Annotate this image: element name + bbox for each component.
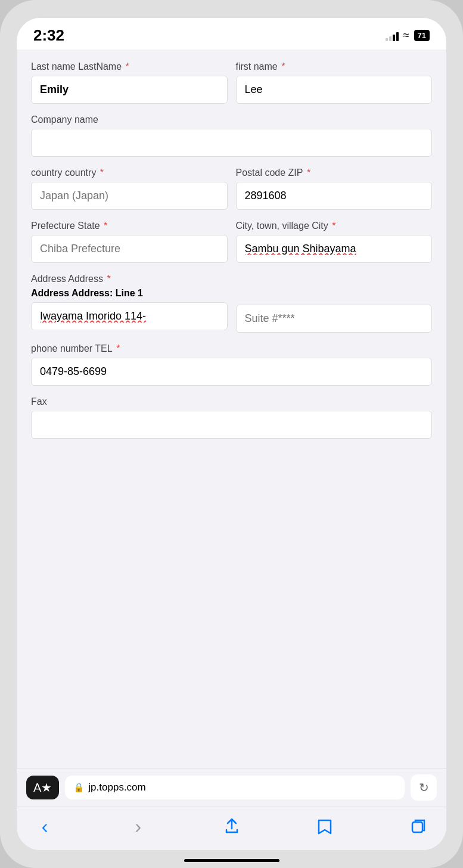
phone-required: * [114, 343, 120, 354]
url-bar[interactable]: 🔒 jp.topps.com [65, 776, 405, 799]
first-name-required: * [279, 61, 285, 72]
country-label: country country * [31, 168, 228, 178]
postal-input[interactable] [236, 182, 433, 210]
status-bar: 2:32 ≈ 71 [17, 18, 446, 49]
company-group: Company name [31, 114, 432, 157]
city-input[interactable] [236, 235, 433, 263]
browser-bar: A★ 🔒 jp.topps.com ↻ [17, 768, 446, 807]
phone-input[interactable] [31, 358, 432, 386]
fax-group: Fax [31, 396, 432, 439]
wifi-icon: ≈ [403, 29, 409, 42]
prefecture-city-row: Prefecture State * City, town, village C… [31, 221, 432, 263]
prefecture-required: * [101, 221, 108, 231]
tabs-icon [410, 818, 427, 835]
country-required: * [97, 168, 104, 178]
last-name-group: Last name LastName * [31, 61, 228, 104]
city-label: City, town, village City * [236, 221, 433, 231]
reload-icon: ↻ [419, 780, 429, 795]
phone-group: phone number TEL * [31, 343, 432, 386]
svg-rect-0 [412, 822, 422, 832]
fax-label: Fax [31, 396, 432, 407]
country-input[interactable] [31, 182, 228, 210]
name-row: Last name LastName * first name * [31, 61, 432, 104]
status-icons: ≈ 71 [386, 29, 430, 42]
share-button[interactable] [216, 813, 248, 839]
share-icon [223, 818, 240, 835]
forward-button[interactable]: › [122, 813, 154, 839]
city-group: City, town, village City * [236, 221, 433, 263]
fax-input[interactable] [31, 411, 432, 439]
address-left: Address Address: Line 1 [31, 288, 228, 330]
battery-icon: 71 [414, 30, 430, 41]
lock-icon: 🔒 [73, 782, 85, 793]
back-button[interactable]: ‹ [29, 813, 61, 839]
prefecture-group: Prefecture State * [31, 221, 228, 263]
first-name-group: first name * [236, 61, 433, 104]
city-required: * [330, 221, 336, 231]
bottom-nav: ‹ › [17, 807, 446, 850]
home-indicator [184, 859, 279, 862]
reload-button[interactable]: ↻ [411, 774, 437, 801]
company-label: Company name [31, 114, 432, 125]
form-scroll[interactable]: Last name LastName * first name * Compan… [17, 49, 446, 768]
back-icon: ‹ [42, 816, 48, 838]
bookmark-icon [316, 818, 333, 835]
postal-group: Postal code ZIP * [236, 168, 433, 210]
last-name-input[interactable] [31, 76, 228, 104]
country-group: country country * [31, 168, 228, 210]
last-name-label: Last name LastName * [31, 61, 228, 72]
status-time: 2:32 [33, 26, 64, 45]
address-line2-input[interactable] [236, 305, 433, 333]
address-sublabel: Address Address: Line 1 [31, 288, 228, 299]
forward-icon: › [135, 816, 141, 838]
tabs-button[interactable] [402, 813, 434, 839]
country-postal-row: country country * Postal code ZIP * [31, 168, 432, 210]
postal-label: Postal code ZIP * [236, 168, 433, 178]
address-label: Address Address * [31, 274, 432, 284]
prefecture-input[interactable] [31, 235, 228, 263]
prefecture-label: Prefecture State * [31, 221, 228, 231]
first-name-label: first name * [236, 61, 433, 72]
url-text: jp.topps.com [88, 782, 145, 793]
address-right [236, 288, 433, 333]
company-input[interactable] [31, 129, 432, 157]
first-name-input[interactable] [236, 76, 433, 104]
address-group: Address Address * Address Address: Line … [31, 274, 432, 333]
signal-icon [386, 30, 399, 41]
address-inputs-row: Address Address: Line 1 [31, 288, 432, 333]
translate-button[interactable]: A★ [26, 776, 59, 799]
phone-frame: 2:32 ≈ 71 Last name LastN [0, 0, 463, 868]
postal-required: * [304, 168, 310, 178]
translate-icon: A★ [33, 780, 52, 795]
phone-inner: 2:32 ≈ 71 Last name LastN [17, 18, 446, 850]
address-required: * [104, 274, 111, 284]
phone-label: phone number TEL * [31, 343, 432, 354]
address-line1-input[interactable] [31, 302, 228, 330]
bookmark-button[interactable] [309, 813, 341, 839]
last-name-required: * [123, 61, 129, 72]
